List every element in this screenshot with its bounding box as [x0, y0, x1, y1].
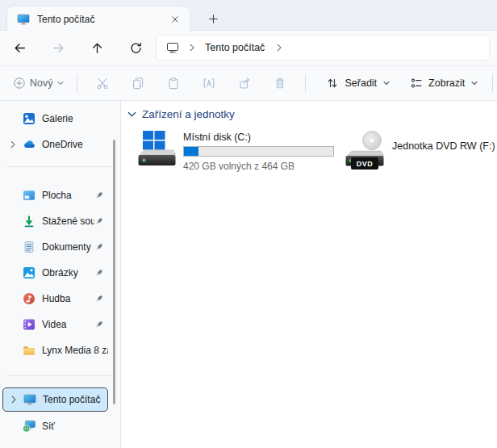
navigation-bar: Tento počítač	[0, 31, 497, 66]
sidebar-item-label: Lynx Media 8 za	[42, 345, 108, 356]
sidebar-divider	[6, 166, 112, 167]
content-pane: Zařízení a jednotky Místní di	[122, 101, 497, 448]
rename-button[interactable]	[191, 69, 227, 97]
sidebar-item-videa[interactable]: Videa	[2, 312, 108, 336]
documents-icon	[23, 241, 36, 253]
sidebar-item-tento-pocitac[interactable]: Tento počítač	[2, 387, 108, 412]
computer-icon	[17, 13, 30, 26]
sort-icon	[326, 77, 339, 90]
computer-icon	[23, 393, 36, 406]
folder-icon	[23, 344, 36, 357]
sidebar-item-plocha[interactable]: Plocha	[2, 183, 108, 207]
paste-button[interactable]	[156, 69, 191, 97]
sidebar-item-obrazky[interactable]: Obrázky	[2, 261, 108, 284]
drive-dvd-rw-f[interactable]: DVD Jednotka DVD RW (F:)	[345, 130, 495, 170]
plus-circle-icon	[13, 77, 26, 90]
new-button-label: Nový	[30, 77, 52, 89]
pin-icon	[94, 242, 104, 252]
dvd-drive-icon: DVD	[345, 130, 387, 170]
navigation-pane: Galerie OneDrive	[0, 101, 121, 448]
view-button[interactable]: Zobrazit	[403, 69, 485, 97]
forward-button[interactable]	[44, 34, 73, 63]
arrow-left-icon	[13, 41, 27, 55]
desktop-icon	[23, 189, 36, 202]
sidebar-item-onedrive[interactable]: OneDrive	[2, 132, 108, 156]
chevron-right-icon[interactable]	[274, 43, 284, 52]
back-button[interactable]	[5, 34, 34, 63]
share-icon	[238, 77, 251, 90]
copy-button[interactable]	[120, 69, 156, 97]
music-icon	[23, 292, 36, 305]
drive-name: Jednotka DVD RW (F:)	[392, 140, 495, 152]
delete-icon	[274, 77, 286, 90]
up-button[interactable]	[82, 34, 111, 63]
videos-icon	[23, 318, 36, 331]
section-header-label: Zařízení a jednotky	[142, 108, 235, 120]
sidebar-item-label: Videa	[42, 319, 94, 330]
sidebar-item-galerie[interactable]: Galerie	[2, 107, 108, 130]
disk-usage-fill	[184, 147, 198, 156]
drive-local-disk-c[interactable]: Místní disk (C:) 420 GB volných z 464 GB	[137, 130, 334, 172]
cut-icon	[96, 77, 109, 90]
view-button-label: Zobrazit	[428, 77, 465, 89]
arrow-right-icon	[52, 41, 65, 55]
tab-bar: Tento počítač	[0, 0, 497, 31]
delete-button[interactable]	[262, 69, 298, 97]
toolbar-divider	[492, 74, 493, 92]
computer-icon	[166, 41, 179, 54]
toolbar-divider	[77, 74, 77, 92]
onedrive-icon	[23, 138, 36, 151]
view-icon	[410, 77, 423, 90]
plus-icon	[207, 13, 219, 25]
sidebar-item-lynx-media[interactable]: Lynx Media 8 za	[2, 338, 108, 362]
close-icon[interactable]	[166, 10, 184, 28]
gallery-icon	[23, 112, 36, 125]
sort-button-label: Seřadit	[345, 77, 377, 89]
chevron-down-icon	[127, 109, 137, 119]
disk-usage-bar	[183, 146, 334, 157]
sort-button[interactable]: Seřadit	[320, 69, 397, 97]
pin-icon	[94, 294, 104, 304]
new-button[interactable]: Nový	[8, 69, 69, 97]
network-icon	[23, 420, 36, 433]
sidebar-item-sit[interactable]: Síť	[2, 414, 108, 438]
sidebar-divider	[6, 375, 112, 376]
refresh-icon	[129, 41, 143, 55]
chevron-down-icon	[470, 79, 478, 87]
sidebar-item-label: Galerie	[42, 113, 108, 124]
section-header-devices[interactable]: Zařízení a jednotky	[127, 108, 235, 120]
sidebar-item-hudba[interactable]: Hudba	[2, 287, 108, 310]
sidebar-item-label: Dokumenty	[42, 241, 94, 253]
pin-icon	[94, 191, 104, 200]
arrow-up-icon	[90, 41, 104, 55]
sidebar-item-label: Hudba	[42, 293, 94, 304]
sidebar-item-label: OneDrive	[42, 139, 108, 150]
tab-tento-pocitac[interactable]: Tento počítač	[6, 6, 190, 31]
pin-icon	[94, 268, 104, 278]
breadcrumb-tento-pocitac[interactable]: Tento počítač	[205, 42, 265, 53]
cut-button[interactable]	[85, 69, 120, 97]
dvd-badge: DVD	[351, 157, 378, 170]
chevron-right-icon	[187, 43, 197, 52]
chevron-right-icon[interactable]	[3, 395, 23, 404]
tab-title: Tento počítač	[37, 14, 166, 25]
refresh-button[interactable]	[121, 34, 150, 63]
downloads-icon	[23, 215, 36, 228]
new-tab-button[interactable]	[203, 9, 223, 28]
pin-icon	[94, 320, 104, 329]
paste-icon	[167, 77, 180, 90]
sidebar-scrollbar[interactable]	[113, 140, 115, 404]
chevron-down-icon	[56, 79, 65, 87]
rename-icon	[203, 77, 215, 90]
drive-free-space: 420 GB volných z 464 GB	[183, 161, 334, 172]
sidebar-item-stazene-soubory[interactable]: Stažené soub	[2, 209, 108, 232]
chevron-down-icon	[382, 79, 390, 87]
drives-group: Místní disk (C:) 420 GB volných z 464 GB	[122, 130, 497, 178]
share-button[interactable]	[227, 69, 262, 97]
sidebar-item-dokumenty[interactable]: Dokumenty	[2, 235, 108, 258]
sidebar-item-label: Síť	[42, 421, 108, 432]
hard-drive-icon	[137, 130, 176, 172]
chevron-right-icon[interactable]	[2, 140, 23, 149]
sidebar-item-label: Plocha	[42, 190, 94, 201]
address-bar[interactable]: Tento počítač	[156, 35, 490, 61]
